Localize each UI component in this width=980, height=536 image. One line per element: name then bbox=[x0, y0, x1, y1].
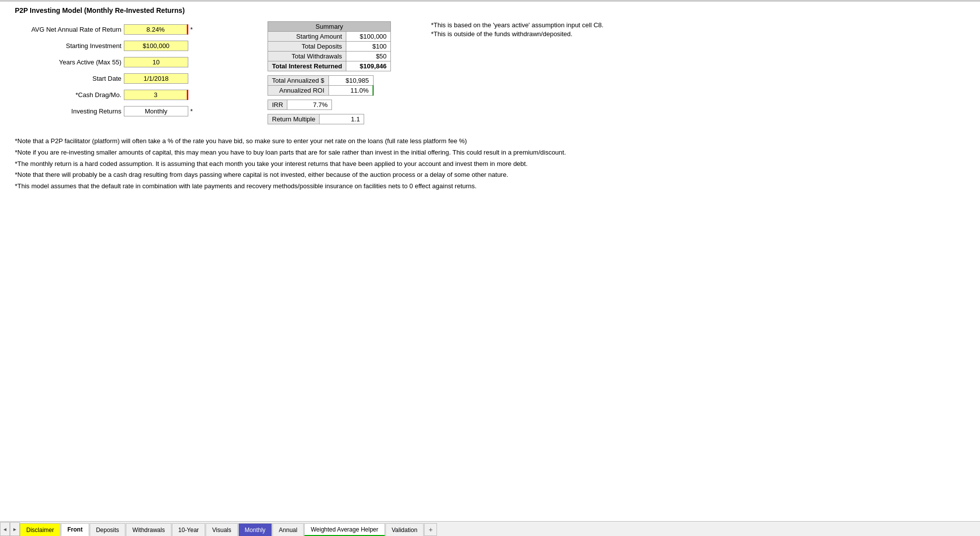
starting-investment-input[interactable] bbox=[124, 41, 188, 51]
tab-visuals[interactable]: Visuals bbox=[206, 523, 237, 536]
return-multiple-value: 1.1 bbox=[320, 114, 364, 124]
cash-drag-row: *Cash Drag/Mo. bbox=[15, 90, 965, 100]
summary-value-withdrawals: $50 bbox=[346, 52, 391, 61]
tab-weighted-average-helper[interactable]: Weighted Average Helper bbox=[304, 523, 384, 536]
summary-row-withdrawals: Total Withdrawals $50 bbox=[268, 52, 391, 61]
tab-deposits[interactable]: Deposits bbox=[90, 523, 126, 536]
roi-label: Annualized ROI bbox=[268, 86, 329, 96]
page-title: P2P Investing Model (Monthly Re-Invested… bbox=[15, 6, 965, 14]
tab-withdrawals[interactable]: Withdrawals bbox=[126, 523, 171, 536]
summary-value-starting: $100,000 bbox=[346, 32, 391, 42]
tab-front-label: Front bbox=[67, 526, 83, 533]
summary-label-withdrawals: Total Withdrawals bbox=[268, 52, 346, 61]
tab-visuals-label: Visuals bbox=[212, 527, 231, 534]
avg-rate-asterisk: * bbox=[190, 26, 193, 33]
summary-row-interest: Total Interest Returned $109,846 bbox=[268, 61, 391, 71]
starting-investment-label: Starting Investment bbox=[15, 42, 124, 50]
return-multiple-table: Return Multiple 1.1 bbox=[268, 114, 364, 124]
add-tab-icon: + bbox=[429, 526, 433, 534]
tab-monthly[interactable]: Monthly bbox=[238, 523, 272, 536]
notes-section: *Note that a P2P facilitator (platform) … bbox=[15, 136, 965, 192]
tab-scroll-left[interactable]: ◄ bbox=[0, 522, 10, 536]
bottom-tabs: ◄ ► Disclaimer Front Deposits Withdrawal… bbox=[0, 521, 980, 536]
years-active-label: Years Active (Max 55) bbox=[15, 58, 124, 66]
note-4: *Note that there will probably be a cash… bbox=[15, 170, 965, 180]
cash-drag-input[interactable] bbox=[124, 90, 188, 100]
summary-table: Summary Starting Amount $100,000 Total D… bbox=[268, 21, 391, 71]
tab-validation-label: Validation bbox=[392, 527, 418, 534]
summary-row-starting: Starting Amount $100,000 bbox=[268, 32, 391, 42]
annualized-value: $10,985 bbox=[328, 76, 373, 86]
tab-disclaimer-label: Disclaimer bbox=[26, 527, 54, 534]
investing-returns-row: Investing Returns * bbox=[15, 106, 965, 116]
irr-value: 7.7% bbox=[287, 100, 332, 110]
summary-header: Summary bbox=[268, 22, 391, 32]
roi-row: Annualized ROI 11.0% bbox=[268, 86, 374, 96]
starting-investment-row: Starting Investment bbox=[15, 41, 965, 51]
summary-label-starting: Starting Amount bbox=[268, 32, 346, 42]
main-content: P2P Investing Model (Monthly Re-Invested… bbox=[0, 1, 980, 198]
summary-section: Summary Starting Amount $100,000 Total D… bbox=[268, 21, 391, 124]
note-1: *Note that a P2P facilitator (platform) … bbox=[15, 136, 965, 147]
investing-returns-input[interactable] bbox=[124, 106, 188, 116]
tab-add-button[interactable]: + bbox=[424, 523, 437, 536]
summary-value-deposits: $100 bbox=[346, 42, 391, 52]
note-5: *This model assumes that the default rat… bbox=[15, 181, 965, 192]
return-multiple-label: Return Multiple bbox=[268, 114, 320, 124]
tab-monthly-label: Monthly bbox=[245, 527, 266, 534]
tab-10year[interactable]: 10-Year bbox=[172, 523, 206, 536]
tab-front[interactable]: Front bbox=[61, 523, 89, 536]
summary-row-deposits: Total Deposits $100 bbox=[268, 42, 391, 52]
irr-label: IRR bbox=[268, 100, 287, 110]
investing-returns-label: Investing Returns bbox=[15, 107, 124, 115]
tab-10year-label: 10-Year bbox=[178, 527, 199, 534]
tab-weighted-average-helper-label: Weighted Average Helper bbox=[311, 526, 378, 533]
annualized-row: Total Annualized $ $10,985 bbox=[268, 76, 374, 86]
avg-rate-input[interactable] bbox=[124, 24, 188, 35]
tab-withdrawals-label: Withdrawals bbox=[132, 527, 164, 534]
annualized-label: Total Annualized $ bbox=[268, 76, 329, 86]
tab-annual[interactable]: Annual bbox=[272, 523, 304, 536]
annualized-table: Total Annualized $ $10,985 Annualized RO… bbox=[268, 75, 374, 96]
cash-drag-label: *Cash Drag/Mo. bbox=[15, 91, 124, 99]
summary-value-interest: $109,846 bbox=[346, 61, 391, 71]
tab-annual-label: Annual bbox=[279, 527, 297, 534]
investing-returns-asterisk: * bbox=[190, 107, 193, 115]
summary-label-interest: Total Interest Returned bbox=[268, 61, 346, 71]
irr-row: IRR 7.7% bbox=[268, 100, 332, 110]
tab-disclaimer[interactable]: Disclaimer bbox=[20, 523, 60, 536]
tab-validation[interactable]: Validation bbox=[385, 523, 424, 536]
years-active-row: Years Active (Max 55) bbox=[15, 57, 965, 67]
roi-value: 11.0% bbox=[328, 86, 373, 96]
start-date-input[interactable] bbox=[124, 73, 188, 84]
note-2: *Note if you are re-investing smaller am… bbox=[15, 148, 965, 158]
return-multiple-row: Return Multiple 1.1 bbox=[268, 114, 364, 124]
side-note-2: *This is outside of the funds withdrawn/… bbox=[431, 30, 603, 38]
side-note-1: *This is based on the 'years active' ass… bbox=[431, 21, 603, 29]
avg-rate-label: AVG Net Annual Rate of Return bbox=[15, 26, 124, 33]
irr-table: IRR 7.7% bbox=[268, 100, 332, 110]
note-3: *The monthly return is a hard coded assu… bbox=[15, 159, 965, 169]
start-date-row: Start Date bbox=[15, 73, 965, 84]
tab-deposits-label: Deposits bbox=[96, 527, 119, 534]
years-active-input[interactable] bbox=[124, 57, 188, 67]
tab-scroll-right[interactable]: ► bbox=[10, 522, 20, 536]
summary-label-deposits: Total Deposits bbox=[268, 42, 346, 52]
start-date-label: Start Date bbox=[15, 75, 124, 82]
side-notes: *This is based on the 'years active' ass… bbox=[431, 21, 603, 39]
